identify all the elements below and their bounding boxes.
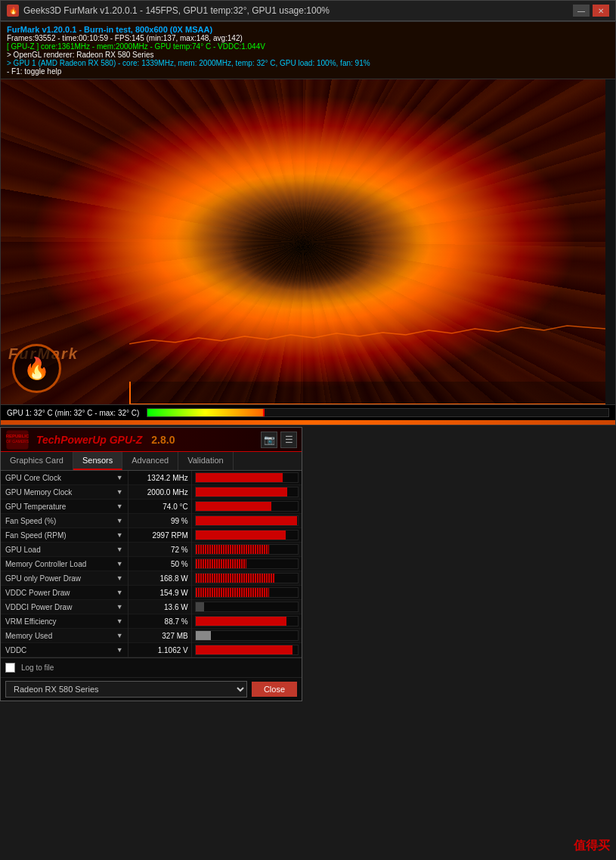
- sensor-name: VDDCI Power Draw: [5, 603, 72, 611]
- title-bar: 🔥 Geeks3D FurMark v1.20.0.1 - 145FPS, GP…: [0, 0, 616, 21]
- gpuz-footer: Radeon RX 580 Series Close: [1, 677, 302, 701]
- sensor-row: GPU Load▼72 %: [1, 543, 302, 557]
- tab-advanced[interactable]: Advanced: [122, 452, 178, 470]
- gpuz-icon-bar: 📷 ☰: [261, 432, 297, 448]
- sensor-row: GPU Core Clock▼1324.2 MHz: [1, 471, 302, 485]
- gpuz-log-row: Log to file: [1, 657, 302, 677]
- sensor-bar-outer: [195, 558, 299, 569]
- furmark-line4: > OpenGL renderer: Radeon RX 580 Series: [7, 51, 609, 59]
- minimize-button[interactable]: —: [573, 5, 590, 17]
- sensor-bar-fill: [196, 617, 286, 626]
- sensors-table: GPU Core Clock▼1324.2 MHzGPU Memory Cloc…: [1, 471, 302, 657]
- sensor-bar-outer: [195, 530, 299, 540]
- furmark-info-panel: FurMark v1.20.0.1 - Burn-in test, 800x60…: [1, 22, 615, 79]
- sensor-name: GPU Core Clock: [5, 474, 61, 482]
- sensor-bar-cell: [191, 471, 302, 485]
- sensor-value: 1.1062 V: [128, 643, 191, 657]
- sensor-bar-outer: [195, 487, 299, 497]
- sensor-row: Fan Speed (RPM)▼2997 RPM: [1, 528, 302, 543]
- sensor-bar-outer: [195, 501, 299, 512]
- tab-graphics-card[interactable]: Graphics Card: [1, 452, 73, 470]
- sensor-bar-cell: [191, 528, 302, 543]
- tab-validation[interactable]: Validation: [178, 452, 234, 470]
- close-gpuz-button[interactable]: Close: [252, 682, 297, 697]
- sensor-bar-fill: [196, 473, 283, 482]
- sensor-row: Fan Speed (%)▼99 %: [1, 514, 302, 528]
- gpuz-tab-bar: Graphics Card Sensors Advanced Validatio…: [1, 452, 302, 471]
- sensor-bar-cell: [191, 543, 302, 557]
- camera-icon[interactable]: 📷: [261, 432, 277, 448]
- sensor-bar-fill: [196, 588, 269, 597]
- sensor-dropdown-icon[interactable]: ▼: [116, 632, 123, 639]
- sensor-bar-fill: [196, 545, 269, 554]
- sensor-name: Memory Controller Load: [5, 560, 86, 568]
- rog-logo: REPUBLIC OF GAMERS: [5, 429, 32, 450]
- sensor-name: GPU Temperature: [5, 503, 66, 511]
- sensor-name: Fan Speed (%): [5, 517, 56, 525]
- sensor-value: 2000.0 MHz: [128, 485, 191, 500]
- svg-text:OF GAMERS: OF GAMERS: [6, 439, 29, 444]
- sensor-bar-outer: [195, 573, 299, 583]
- sensor-bar-fill: [196, 631, 211, 640]
- gpuz-app-title: TechPowerUp GPU-Z: [36, 434, 142, 446]
- sensor-dropdown-icon[interactable]: ▼: [116, 603, 123, 611]
- sensor-bar-fill: [196, 516, 297, 525]
- sensor-bar-outer: [195, 544, 299, 555]
- sensor-bar-fill: [196, 502, 271, 511]
- sensor-dropdown-icon[interactable]: ▼: [116, 617, 123, 625]
- sensor-row: VRM Efficiency▼88.7 %: [1, 614, 302, 629]
- sensor-bar-cell: [191, 557, 302, 571]
- sensor-bar-fill: [196, 602, 204, 611]
- temp-bar-marker: [263, 409, 265, 416]
- sensor-bar-cell: [191, 485, 302, 500]
- temp-progress-bar: [147, 408, 609, 417]
- sensor-bar-outer: [195, 645, 299, 655]
- gpu-selector[interactable]: Radeon RX 580 Series: [5, 681, 247, 698]
- sensor-name: VDDC Power Draw: [5, 589, 70, 597]
- temp-bar-container: GPU 1: 32° C (min: 32° C - max: 32° C): [1, 404, 615, 420]
- furmark-line6: - F1: toggle help: [7, 67, 609, 76]
- furmark-line5: > GPU 1 (AMD Radeon RX 580) - core: 1339…: [7, 59, 609, 67]
- sensor-dropdown-icon[interactable]: ▼: [116, 589, 123, 596]
- sensor-row: GPU only Power Draw▼168.8 W: [1, 571, 302, 586]
- furmark-line3: [ GPU-Z ] core:1361MHz - mem:2000MHz - G…: [7, 42, 609, 51]
- sensor-row: Memory Controller Load▼50 %: [1, 557, 302, 571]
- sensor-dropdown-icon[interactable]: ▼: [116, 560, 123, 568]
- sensor-dropdown-icon[interactable]: ▼: [116, 531, 123, 539]
- sensor-bar-cell: [191, 514, 302, 528]
- sensor-dropdown-icon[interactable]: ▼: [116, 474, 123, 481]
- menu-icon[interactable]: ☰: [280, 432, 297, 448]
- sensor-bar-cell: [191, 629, 302, 643]
- sensor-dropdown-icon[interactable]: ▼: [116, 574, 123, 582]
- gpuz-version: 2.8.0: [151, 434, 175, 446]
- sensor-bar-outer: [195, 616, 299, 626]
- sensor-dropdown-icon[interactable]: ▼: [116, 517, 123, 524]
- sensor-value: 154.9 W: [128, 586, 191, 600]
- svg-text:REPUBLIC: REPUBLIC: [6, 434, 29, 438]
- tab-sensors[interactable]: Sensors: [73, 452, 122, 470]
- sensor-bar-cell: [191, 614, 302, 629]
- sensor-value: 74.0 °C: [128, 500, 191, 514]
- sensor-dropdown-icon[interactable]: ▼: [116, 503, 123, 510]
- sensor-value: 50 %: [128, 557, 191, 571]
- sensor-value: 13.6 W: [128, 600, 191, 614]
- sensor-dropdown-icon[interactable]: ▼: [116, 646, 123, 654]
- sensor-row: GPU Memory Clock▼2000.0 MHz: [1, 485, 302, 500]
- sensor-name: VDDC: [5, 646, 26, 654]
- sensor-dropdown-icon[interactable]: ▼: [116, 488, 123, 496]
- sensor-bar-fill: [196, 559, 247, 568]
- sensor-value: 168.8 W: [128, 571, 191, 586]
- close-window-button[interactable]: ✕: [593, 5, 609, 17]
- sensor-bar-fill: [196, 574, 276, 583]
- sensor-bar-cell: [191, 500, 302, 514]
- sensor-bar-outer: [195, 472, 299, 483]
- sensor-name: Memory Used: [5, 632, 52, 640]
- sensor-value: 2997 RPM: [128, 528, 191, 543]
- sensor-row: Memory Used▼327 MB: [1, 629, 302, 643]
- furmark-logo: 🔥: [12, 344, 61, 393]
- site-watermark: 值得买: [574, 838, 610, 854]
- sensor-dropdown-icon[interactable]: ▼: [116, 546, 123, 553]
- sensor-name: GPU Load: [5, 546, 41, 554]
- furmark-line1: FurMark v1.20.0.1 - Burn-in test, 800x60…: [7, 25, 609, 34]
- log-checkbox[interactable]: [5, 663, 15, 673]
